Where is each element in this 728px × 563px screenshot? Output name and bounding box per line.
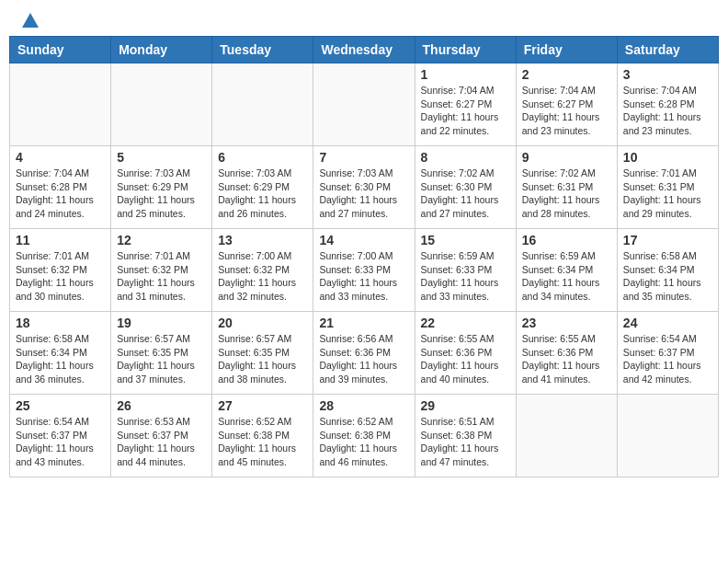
day-number: 15 — [421, 233, 510, 247]
calendar-cell: 1Sunrise: 7:04 AMSunset: 6:27 PMDaylight… — [415, 63, 516, 146]
calendar-cell: 13Sunrise: 7:00 AMSunset: 6:32 PMDayligh… — [212, 229, 313, 312]
day-number: 10 — [623, 150, 712, 165]
day-info: Sunrise: 6:54 AMSunset: 6:37 PMDaylight:… — [16, 415, 105, 469]
day-info: Sunrise: 7:04 AMSunset: 6:27 PMDaylight:… — [522, 84, 611, 138]
day-number: 22 — [421, 316, 510, 330]
day-info: Sunrise: 6:56 AMSunset: 6:36 PMDaylight:… — [319, 332, 408, 386]
day-info: Sunrise: 7:03 AMSunset: 6:29 PMDaylight:… — [218, 167, 307, 221]
calendar-cell: 20Sunrise: 6:57 AMSunset: 6:35 PMDayligh… — [212, 312, 313, 395]
calendar-cell: 10Sunrise: 7:01 AMSunset: 6:31 PMDayligh… — [617, 146, 718, 229]
day-info: Sunrise: 6:59 AMSunset: 6:34 PMDaylight:… — [522, 249, 611, 304]
day-info: Sunrise: 7:03 AMSunset: 6:30 PMDaylight:… — [319, 167, 408, 221]
day-info: Sunrise: 7:04 AMSunset: 6:28 PMDaylight:… — [16, 167, 105, 221]
day-info: Sunrise: 6:57 AMSunset: 6:35 PMDaylight:… — [117, 332, 206, 386]
day-number: 18 — [16, 316, 105, 330]
calendar-table: SundayMondayTuesdayWednesdayThursdayFrid… — [9, 36, 719, 477]
day-info: Sunrise: 6:58 AMSunset: 6:34 PMDaylight:… — [16, 332, 105, 386]
day-info: Sunrise: 7:01 AMSunset: 6:32 PMDaylight:… — [16, 249, 105, 304]
day-info: Sunrise: 6:51 AMSunset: 6:38 PMDaylight:… — [421, 415, 510, 469]
calendar-cell — [212, 63, 313, 146]
calendar-cell: 28Sunrise: 6:52 AMSunset: 6:38 PMDayligh… — [313, 395, 415, 477]
day-info: Sunrise: 7:00 AMSunset: 6:33 PMDaylight:… — [319, 249, 408, 304]
calendar-week-row: 18Sunrise: 6:58 AMSunset: 6:34 PMDayligh… — [10, 312, 719, 395]
day-number: 24 — [623, 316, 712, 330]
calendar-cell: 18Sunrise: 6:58 AMSunset: 6:34 PMDayligh… — [10, 312, 111, 395]
calendar-cell: 9Sunrise: 7:02 AMSunset: 6:31 PMDaylight… — [516, 146, 617, 229]
calendar-cell: 24Sunrise: 6:54 AMSunset: 6:37 PMDayligh… — [617, 312, 718, 395]
calendar-week-row: 4Sunrise: 7:04 AMSunset: 6:28 PMDaylight… — [10, 146, 719, 229]
calendar-cell: 15Sunrise: 6:59 AMSunset: 6:33 PMDayligh… — [415, 229, 516, 312]
day-info: Sunrise: 7:03 AMSunset: 6:29 PMDaylight:… — [117, 167, 206, 221]
day-info: Sunrise: 7:00 AMSunset: 6:32 PMDaylight:… — [218, 249, 307, 304]
logo — [18, 18, 40, 31]
day-number: 3 — [623, 67, 712, 82]
day-info: Sunrise: 6:59 AMSunset: 6:33 PMDaylight:… — [421, 249, 510, 304]
day-number: 21 — [319, 316, 408, 330]
svg-marker-0 — [22, 13, 39, 28]
calendar-cell: 6Sunrise: 7:03 AMSunset: 6:29 PMDaylight… — [212, 146, 313, 229]
calendar-cell: 12Sunrise: 7:01 AMSunset: 6:32 PMDayligh… — [111, 229, 212, 312]
day-number: 25 — [16, 398, 105, 413]
calendar-cell: 7Sunrise: 7:03 AMSunset: 6:30 PMDaylight… — [313, 146, 415, 229]
calendar-cell: 3Sunrise: 7:04 AMSunset: 6:28 PMDaylight… — [617, 63, 718, 146]
day-info: Sunrise: 7:04 AMSunset: 6:27 PMDaylight:… — [421, 84, 510, 138]
day-info: Sunrise: 6:57 AMSunset: 6:35 PMDaylight:… — [218, 332, 307, 386]
day-header-tuesday: Tuesday — [212, 37, 313, 63]
calendar-cell: 17Sunrise: 6:58 AMSunset: 6:34 PMDayligh… — [617, 229, 718, 312]
calendar-cell: 4Sunrise: 7:04 AMSunset: 6:28 PMDaylight… — [10, 146, 111, 229]
calendar-week-row: 1Sunrise: 7:04 AMSunset: 6:27 PMDaylight… — [10, 63, 719, 146]
calendar-cell — [313, 63, 415, 146]
calendar-cell: 26Sunrise: 6:53 AMSunset: 6:37 PMDayligh… — [111, 395, 212, 477]
day-header-sunday: Sunday — [10, 37, 111, 63]
calendar-cell: 2Sunrise: 7:04 AMSunset: 6:27 PMDaylight… — [516, 63, 617, 146]
day-number: 9 — [522, 150, 611, 165]
calendar-cell: 19Sunrise: 6:57 AMSunset: 6:35 PMDayligh… — [111, 312, 212, 395]
day-number: 27 — [218, 398, 307, 413]
calendar-cell: 22Sunrise: 6:55 AMSunset: 6:36 PMDayligh… — [415, 312, 516, 395]
day-number: 5 — [117, 150, 206, 165]
calendar-cell: 8Sunrise: 7:02 AMSunset: 6:30 PMDaylight… — [415, 146, 516, 229]
day-number: 23 — [522, 316, 611, 330]
calendar-cell: 29Sunrise: 6:51 AMSunset: 6:38 PMDayligh… — [415, 395, 516, 477]
calendar-cell — [617, 395, 718, 477]
day-number: 4 — [16, 150, 105, 165]
day-header-saturday: Saturday — [617, 37, 718, 63]
day-info: Sunrise: 7:02 AMSunset: 6:31 PMDaylight:… — [522, 167, 611, 221]
day-number: 28 — [319, 398, 408, 413]
day-header-friday: Friday — [516, 37, 617, 63]
day-number: 8 — [421, 150, 510, 165]
calendar-cell: 21Sunrise: 6:56 AMSunset: 6:36 PMDayligh… — [313, 312, 415, 395]
calendar-cell — [10, 63, 111, 146]
day-info: Sunrise: 6:52 AMSunset: 6:38 PMDaylight:… — [218, 415, 307, 469]
day-info: Sunrise: 6:55 AMSunset: 6:36 PMDaylight:… — [421, 332, 510, 386]
day-number: 17 — [623, 233, 712, 247]
calendar-cell — [516, 395, 617, 477]
day-info: Sunrise: 6:58 AMSunset: 6:34 PMDaylight:… — [623, 249, 712, 304]
day-header-monday: Monday — [111, 37, 212, 63]
day-number: 14 — [319, 233, 408, 247]
day-header-wednesday: Wednesday — [313, 37, 415, 63]
day-number: 26 — [117, 398, 206, 413]
calendar-cell — [111, 63, 212, 146]
day-number: 20 — [218, 316, 307, 330]
day-number: 12 — [117, 233, 206, 247]
day-number: 16 — [522, 233, 611, 247]
day-info: Sunrise: 6:52 AMSunset: 6:38 PMDaylight:… — [319, 415, 408, 469]
day-number: 2 — [522, 67, 611, 82]
calendar-cell: 5Sunrise: 7:03 AMSunset: 6:29 PMDaylight… — [111, 146, 212, 229]
calendar-cell: 27Sunrise: 6:52 AMSunset: 6:38 PMDayligh… — [212, 395, 313, 477]
day-info: Sunrise: 7:01 AMSunset: 6:32 PMDaylight:… — [117, 249, 206, 304]
calendar-week-row: 25Sunrise: 6:54 AMSunset: 6:37 PMDayligh… — [10, 395, 719, 477]
day-info: Sunrise: 6:53 AMSunset: 6:37 PMDaylight:… — [117, 415, 206, 469]
day-number: 1 — [421, 67, 510, 82]
day-header-thursday: Thursday — [415, 37, 516, 63]
calendar-cell: 11Sunrise: 7:01 AMSunset: 6:32 PMDayligh… — [10, 229, 111, 312]
calendar-header-row: SundayMondayTuesdayWednesdayThursdayFrid… — [10, 37, 719, 63]
calendar-cell: 25Sunrise: 6:54 AMSunset: 6:37 PMDayligh… — [10, 395, 111, 477]
day-number: 7 — [319, 150, 408, 165]
day-info: Sunrise: 7:02 AMSunset: 6:30 PMDaylight:… — [421, 167, 510, 221]
calendar-cell: 23Sunrise: 6:55 AMSunset: 6:36 PMDayligh… — [516, 312, 617, 395]
calendar-cell: 14Sunrise: 7:00 AMSunset: 6:33 PMDayligh… — [313, 229, 415, 312]
day-info: Sunrise: 7:01 AMSunset: 6:31 PMDaylight:… — [623, 167, 712, 221]
calendar-cell: 16Sunrise: 6:59 AMSunset: 6:34 PMDayligh… — [516, 229, 617, 312]
